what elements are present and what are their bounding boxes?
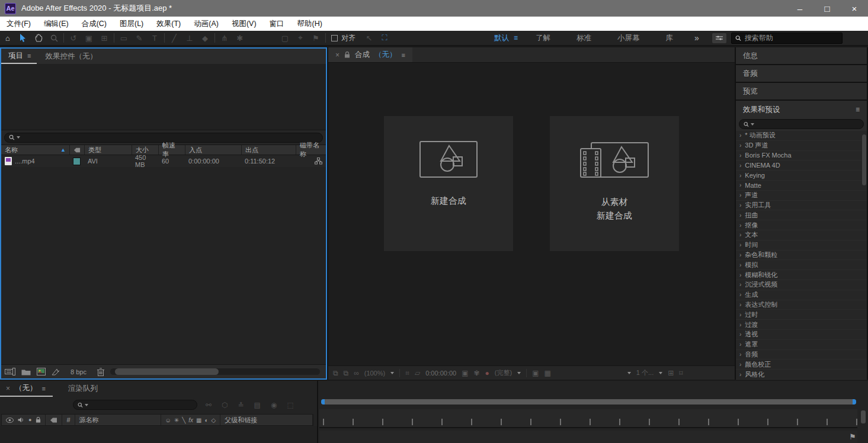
transparency-grid-icon[interactable]: ▦: [544, 369, 551, 377]
menu-file[interactable]: 文件(F): [0, 17, 37, 31]
lock-icon[interactable]: [36, 417, 41, 423]
column-name[interactable]: 名称 ▲: [1, 145, 69, 155]
brush-tool-icon[interactable]: ╱: [166, 31, 182, 45]
project-search-input[interactable]: [22, 134, 318, 141]
rectangle-tool-icon[interactable]: ▭: [116, 31, 132, 45]
shy-layers-icon[interactable]: ≛: [238, 401, 244, 409]
search-options-caret-icon[interactable]: [17, 136, 20, 139]
dropdown-caret-icon[interactable]: [517, 372, 521, 374]
chevron-right-icon[interactable]: [739, 142, 741, 149]
dropdown-caret-icon[interactable]: [659, 372, 662, 374]
chevron-right-icon[interactable]: [739, 242, 741, 248]
list-item[interactable]: * 动画预设: [736, 131, 867, 141]
menu-composition[interactable]: 合成(C): [75, 17, 113, 31]
list-item[interactable]: 声道: [736, 191, 867, 201]
workspace-tab-libraries[interactable]: 库: [653, 33, 687, 43]
snap-align-control[interactable]: 对齐: [331, 33, 355, 43]
graph-editor-icon[interactable]: ⬚: [287, 401, 293, 409]
menu-view[interactable]: 视图(V): [225, 17, 263, 31]
roto-brush-tool-icon[interactable]: ⋔: [217, 31, 232, 45]
menu-edit[interactable]: 编辑(E): [37, 17, 75, 31]
list-item[interactable]: 过时: [736, 310, 867, 320]
chevron-right-icon[interactable]: [739, 252, 741, 258]
list-item[interactable]: 风格化: [736, 370, 867, 380]
region-of-interest-icon[interactable]: ⛶: [377, 31, 392, 45]
list-item[interactable]: Boris FX Mocha: [736, 151, 867, 161]
list-item[interactable]: 遮罩: [736, 340, 867, 350]
channel-glasses-icon[interactable]: ∞: [354, 369, 359, 377]
menu-window[interactable]: 窗口: [263, 17, 291, 31]
collapse-transformations-icon[interactable]: ✳: [174, 417, 179, 423]
workspace-settings-icon[interactable]: [712, 33, 726, 43]
motion-path-icon[interactable]: ↖: [361, 31, 377, 45]
panel-menu-icon[interactable]: ≡: [856, 105, 860, 114]
column-type[interactable]: 类型: [84, 145, 132, 155]
parent-link-column[interactable]: 父级和链接: [220, 415, 313, 425]
home-icon[interactable]: ⌂: [0, 31, 15, 45]
view-layout-dropdown[interactable]: 1 个...: [636, 368, 654, 377]
workspace-tab-standard[interactable]: 标准: [563, 33, 604, 43]
list-item[interactable]: 颜色校正: [736, 359, 867, 370]
list-item[interactable]: 生成: [736, 290, 867, 300]
chevron-right-icon[interactable]: [739, 232, 741, 238]
panel-info[interactable]: 信息: [736, 47, 867, 64]
chevron-right-icon[interactable]: [739, 182, 741, 188]
help-search[interactable]: [731, 33, 843, 44]
column-fps[interactable]: 帧速率: [158, 145, 185, 155]
list-item[interactable]: 时间: [736, 240, 867, 251]
list-item[interactable]: 文本: [736, 230, 867, 240]
time-ruler[interactable]: [319, 409, 857, 428]
list-item[interactable]: 实用工具: [736, 201, 867, 211]
zoom-tool-icon[interactable]: [46, 31, 62, 45]
effects-search[interactable]: [739, 119, 864, 129]
dropdown-caret-icon[interactable]: [390, 372, 394, 374]
current-time-display[interactable]: 0:00:00:00: [425, 370, 456, 377]
draft-3d-icon[interactable]: ⬡: [222, 401, 228, 409]
new-composition-from-footage-button[interactable]: 从素材 新建合成: [550, 116, 679, 251]
column-tape-name[interactable]: 磁带名称: [296, 145, 326, 155]
snapshot-icon[interactable]: ▣: [462, 369, 468, 377]
panel-audio[interactable]: 音频: [736, 65, 867, 82]
chevron-right-icon[interactable]: [739, 322, 741, 328]
chevron-right-icon[interactable]: [739, 351, 741, 358]
pen-tool-icon[interactable]: ✎: [132, 31, 147, 45]
motion-blur-icon[interactable]: ◉: [271, 401, 277, 409]
chevron-right-icon[interactable]: [739, 222, 741, 229]
magnification-dropdown[interactable]: (100%): [364, 370, 385, 377]
chevron-right-icon[interactable]: [739, 361, 741, 368]
chevron-right-icon[interactable]: [739, 162, 741, 169]
quality-icon[interactable]: ╲: [182, 417, 185, 423]
eraser-tool-icon[interactable]: ◆: [197, 31, 213, 45]
column-label[interactable]: [69, 145, 84, 155]
resolution-dropdown[interactable]: (完整): [495, 368, 512, 377]
row-name-cell[interactable]: ....mp4: [1, 155, 69, 167]
always-preview-icon[interactable]: ⧉: [333, 369, 338, 377]
tab-close-icon[interactable]: ×: [6, 384, 10, 393]
row-label-cell[interactable]: [69, 155, 84, 167]
chevron-right-icon[interactable]: [739, 172, 741, 179]
maximize-button[interactable]: □: [813, 0, 841, 17]
list-item[interactable]: 抠像: [736, 220, 867, 230]
rotate-tool-icon[interactable]: ↺: [66, 31, 81, 45]
menu-help[interactable]: 帮助(H): [291, 17, 329, 31]
panel-preview[interactable]: 预览: [736, 83, 867, 99]
three-d-layer-icon[interactable]: ◇: [211, 417, 216, 423]
pixel-aspect-icon[interactable]: ⊞: [668, 369, 674, 377]
proxy-icon[interactable]: [52, 368, 60, 375]
number-column[interactable]: #: [62, 415, 75, 425]
project-settings-icon[interactable]: [37, 368, 46, 375]
workspace-overflow-icon[interactable]: »: [686, 33, 707, 43]
frame-blending-icon[interactable]: ▤: [254, 401, 261, 409]
audio-icon[interactable]: [18, 417, 24, 423]
list-item[interactable]: 沉浸式视频: [736, 280, 867, 290]
column-out-point[interactable]: 出点: [241, 145, 296, 155]
chevron-right-icon[interactable]: [739, 152, 741, 159]
hand-tool-icon[interactable]: [31, 31, 46, 45]
chevron-right-icon[interactable]: [739, 272, 741, 278]
align-checkbox[interactable]: [331, 35, 338, 41]
list-item[interactable]: 3D 声道: [736, 141, 867, 151]
frame-blend-icon[interactable]: ▦: [196, 417, 201, 423]
chevron-right-icon[interactable]: [739, 192, 741, 198]
tab-effect-controls[interactable]: 效果控件（无）: [37, 52, 105, 62]
vertical-scrollbar-thumb[interactable]: [861, 410, 866, 423]
